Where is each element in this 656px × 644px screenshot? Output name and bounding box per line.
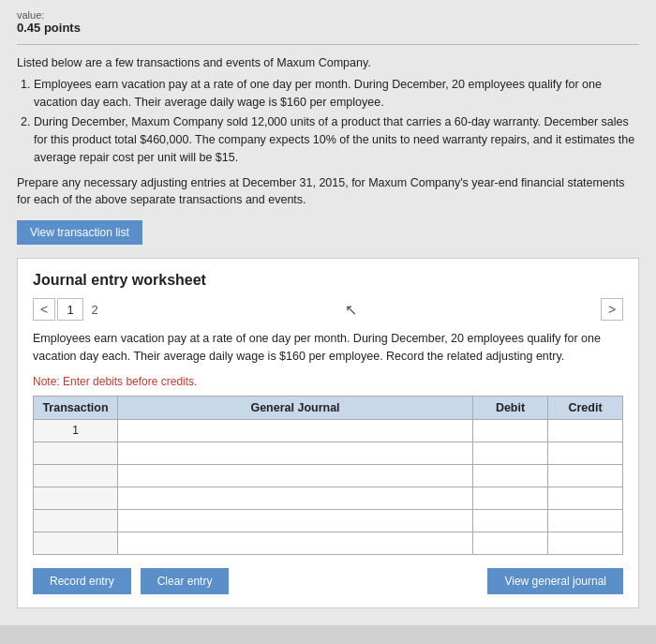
cell-general-journal[interactable] [118, 532, 473, 554]
cell-transaction [34, 464, 118, 487]
credit-input[interactable] [552, 424, 619, 437]
credit-input[interactable] [552, 469, 619, 482]
col-debit: Debit [473, 396, 548, 419]
general-journal-input[interactable] [122, 491, 469, 504]
divider [17, 44, 639, 45]
debit-input[interactable] [477, 536, 544, 549]
view-general-journal-button[interactable]: View general journal [487, 568, 623, 594]
cell-general-journal[interactable] [118, 464, 473, 487]
worksheet-nav: < 1 2 ↖ > [33, 298, 623, 321]
cell-transaction [34, 487, 118, 509]
cell-credit[interactable] [548, 487, 623, 509]
table-row [34, 464, 623, 487]
cell-credit[interactable] [548, 532, 623, 554]
cell-debit[interactable] [473, 419, 548, 442]
cell-general-journal[interactable] [118, 419, 473, 442]
table-row [34, 509, 623, 532]
value-label: value: [17, 9, 639, 21]
cell-transaction: 1 [34, 419, 118, 442]
points-label: 0.45 points [17, 21, 639, 35]
cell-debit[interactable] [473, 509, 548, 532]
cell-debit[interactable] [473, 442, 548, 464]
table-row [34, 487, 623, 509]
general-journal-input[interactable] [122, 514, 469, 527]
debit-input[interactable] [477, 469, 544, 482]
prepare-text: Prepare any necessary adjusting entries … [17, 174, 639, 210]
entry-description: Employees earn vacation pay at a rate of… [33, 330, 623, 366]
cursor-icon: ↖ [345, 301, 357, 319]
nav-page-2[interactable]: 2 [85, 298, 104, 321]
cell-credit[interactable] [548, 442, 623, 464]
debit-input[interactable] [477, 514, 544, 527]
nav-right-arrow[interactable]: > [601, 298, 623, 321]
cell-transaction [34, 442, 118, 464]
action-buttons: Record entry Clear entry View general jo… [33, 568, 623, 594]
question-item-2: During December, Maxum Company sold 12,0… [34, 113, 639, 166]
view-transaction-button[interactable]: View transaction list [17, 220, 142, 245]
general-journal-input[interactable] [122, 536, 469, 549]
intro-text: Listed below are a few transactions and … [17, 54, 639, 72]
credit-input[interactable] [552, 491, 619, 504]
cell-debit[interactable] [473, 532, 548, 554]
general-journal-input[interactable] [122, 424, 469, 437]
journal-table: Transaction General Journal Debit Credit… [33, 396, 623, 555]
col-credit: Credit [548, 396, 623, 419]
cell-credit[interactable] [548, 509, 623, 532]
cell-general-journal[interactable] [118, 487, 473, 509]
cell-general-journal[interactable] [118, 509, 473, 532]
cell-credit[interactable] [548, 464, 623, 487]
table-row [34, 442, 623, 464]
general-journal-input[interactable] [122, 469, 469, 482]
note-text: Note: Enter debits before credits. [33, 375, 623, 388]
col-transaction: Transaction [34, 396, 118, 419]
cell-general-journal[interactable] [118, 442, 473, 464]
general-journal-input[interactable] [122, 446, 469, 459]
nav-left-arrow[interactable]: < [33, 298, 55, 321]
cell-credit[interactable] [548, 419, 623, 442]
question-item-1: Employees earn vacation pay at a rate of… [34, 76, 639, 112]
cell-debit[interactable] [473, 464, 548, 487]
debit-input[interactable] [477, 424, 544, 437]
cell-transaction [34, 532, 118, 554]
journal-entry-worksheet: Journal entry worksheet < 1 2 ↖ > Employ… [17, 258, 639, 608]
col-general-journal: General Journal [118, 396, 473, 419]
record-entry-button[interactable]: Record entry [33, 568, 131, 594]
nav-page-1[interactable]: 1 [57, 298, 83, 321]
credit-input[interactable] [552, 446, 619, 459]
table-row: 1 [34, 419, 623, 442]
cell-debit[interactable] [473, 487, 548, 509]
clear-entry-button[interactable]: Clear entry [141, 568, 230, 594]
credit-input[interactable] [552, 536, 619, 549]
debit-input[interactable] [477, 491, 544, 504]
worksheet-title: Journal entry worksheet [33, 272, 623, 289]
debit-input[interactable] [477, 446, 544, 459]
credit-input[interactable] [552, 514, 619, 527]
table-row [34, 532, 623, 554]
cell-transaction [34, 509, 118, 532]
